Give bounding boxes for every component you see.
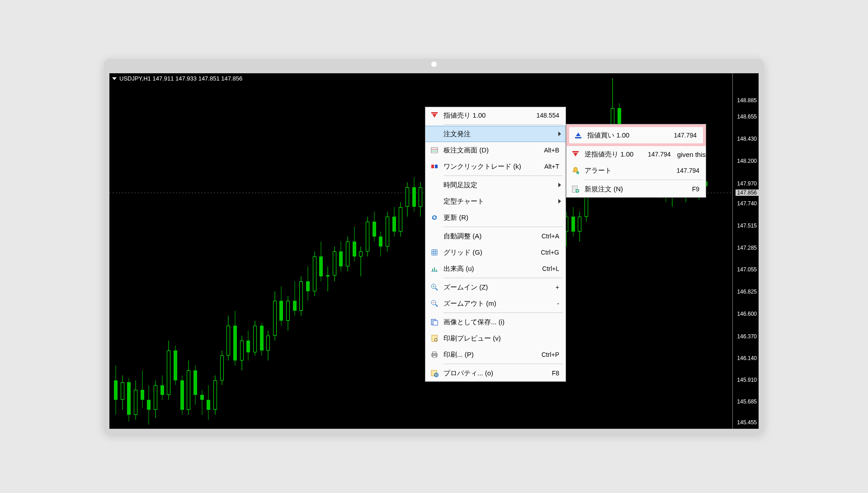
print-preview-icon — [425, 334, 443, 342]
submenu-arrow-icon — [558, 199, 561, 204]
titlebar-dot-icon — [431, 62, 437, 67]
svg-rect-8 — [436, 270, 437, 271]
price-tick: 147.515 — [737, 223, 757, 229]
price-tick: 148.655 — [737, 114, 757, 120]
menu-timeframe[interactable]: 時間足設定 — [425, 177, 566, 193]
price-tick: 146.825 — [737, 289, 757, 295]
menu-alert[interactable]: + アラート 147.794 — [566, 162, 706, 179]
svg-rect-7 — [434, 267, 435, 271]
svg-rect-26 — [575, 137, 581, 138]
current-price-tag: 147.856 — [736, 190, 759, 196]
svg-rect-5 — [435, 165, 438, 168]
one-click-icon — [425, 162, 443, 171]
menu-autoscale[interactable]: 自動調整 (A) Ctrl+A — [425, 228, 566, 244]
svg-rect-22 — [433, 356, 436, 357]
menu-one-click[interactable]: ワンクリックトレード (k) Alt+T — [425, 158, 566, 175]
price-tick: 147.285 — [737, 245, 757, 251]
print-icon — [425, 351, 443, 359]
menu-print[interactable]: 印刷... (P) Ctrl+P — [425, 346, 566, 363]
sell-stop-icon — [566, 150, 585, 158]
submenu-arrow-icon — [558, 132, 561, 136]
menu-sell-limit[interactable]: 指値売り 1.00 148.554 — [425, 107, 566, 123]
menu-new-order[interactable]: 新規注文 (N) F9 — [566, 181, 706, 197]
new-order-icon — [566, 185, 585, 193]
svg-rect-4 — [431, 165, 434, 168]
price-tick: 145.910 — [737, 377, 757, 383]
svg-point-25 — [436, 374, 437, 376]
svg-line-10 — [435, 288, 438, 290]
menu-save-image[interactable]: 画像として保存... (i) — [425, 314, 566, 330]
context-menu-order: 指値買い 1.00 147.794 逆指値売り 1.00 147.794give… — [566, 124, 706, 198]
depth-market-icon — [425, 146, 443, 154]
price-tick: 147.740 — [737, 200, 757, 207]
titlebar — [104, 59, 764, 70]
price-tick: 148.430 — [737, 136, 757, 142]
buy-limit-icon — [569, 131, 587, 139]
menu-sell-stop[interactable]: 逆指値売り 1.00 147.794given this — [566, 146, 706, 162]
price-tick: 146.140 — [737, 355, 757, 361]
menu-refresh[interactable]: 更新 (R) — [425, 209, 566, 226]
price-tick: 146.600 — [737, 311, 757, 317]
window-frame: USDJPY,H1 147.911 147.933 147.851 147.85… — [104, 59, 764, 434]
svg-rect-0 — [431, 112, 438, 114]
svg-rect-27 — [572, 151, 579, 152]
svg-text:+: + — [577, 171, 579, 174]
sell-limit-icon — [425, 111, 443, 119]
zoom-in-icon — [425, 283, 443, 291]
chart-header[interactable]: USDJPY,H1 147.911 147.933 147.851 147.85… — [112, 75, 242, 82]
save-image-icon — [425, 318, 443, 326]
svg-line-14 — [435, 304, 438, 307]
price-tick: 148.885 — [737, 97, 757, 104]
volumes-icon — [425, 265, 443, 273]
menu-print-preview[interactable]: 印刷プレビュー (v) — [425, 330, 566, 346]
menu-properties[interactable]: プロパティ... (o) F8 — [425, 365, 566, 381]
menu-template[interactable]: 定型チャート — [425, 193, 566, 209]
price-tick: 148.200 — [737, 158, 757, 164]
grid-icon — [425, 248, 443, 256]
menu-zoom-out[interactable]: ズームアウト (m) - — [425, 295, 566, 312]
price-tick: 147.055 — [737, 266, 757, 273]
symbol-label: USDJPY,H1 147.911 147.933 147.851 147.85… — [119, 75, 242, 82]
alert-icon: + — [566, 166, 585, 175]
svg-rect-6 — [432, 269, 433, 271]
properties-icon — [425, 369, 443, 377]
refresh-icon — [425, 213, 443, 222]
svg-rect-21 — [433, 352, 436, 354]
context-menu-main: 指値売り 1.00 148.554 注文発注 板注文画面 (D) Alt+B — [425, 107, 566, 382]
price-tick: 146.370 — [737, 333, 757, 340]
price-tick: 145.455 — [737, 419, 757, 426]
submenu-highlight: 指値買い 1.00 147.794 — [566, 124, 706, 146]
price-tick: 145.685 — [737, 398, 757, 405]
zoom-out-icon — [425, 299, 443, 308]
chart-menu-caret-icon[interactable] — [112, 77, 117, 80]
svg-rect-17 — [433, 321, 438, 325]
menu-volumes[interactable]: 出来高 (u) Ctrl+L — [425, 261, 566, 277]
price-tick: 147.970 — [737, 180, 757, 187]
chart-container[interactable]: USDJPY,H1 147.911 147.933 147.851 147.85… — [109, 73, 759, 429]
menu-depth-market[interactable]: 板注文画面 (D) Alt+B — [425, 142, 566, 158]
svg-rect-1 — [431, 147, 438, 153]
menu-grid[interactable]: グリッド (G) Ctrl+G — [425, 244, 566, 261]
menu-zoom-in[interactable]: ズームイン (Z) + — [425, 279, 566, 295]
submenu-arrow-icon — [558, 183, 561, 187]
menu-order[interactable]: 注文発注 — [425, 126, 566, 142]
menu-buy-limit[interactable]: 指値買い 1.00 147.794 — [569, 127, 703, 143]
price-axis: 147.856 148.885148.655148.430148.200147.… — [732, 73, 759, 429]
